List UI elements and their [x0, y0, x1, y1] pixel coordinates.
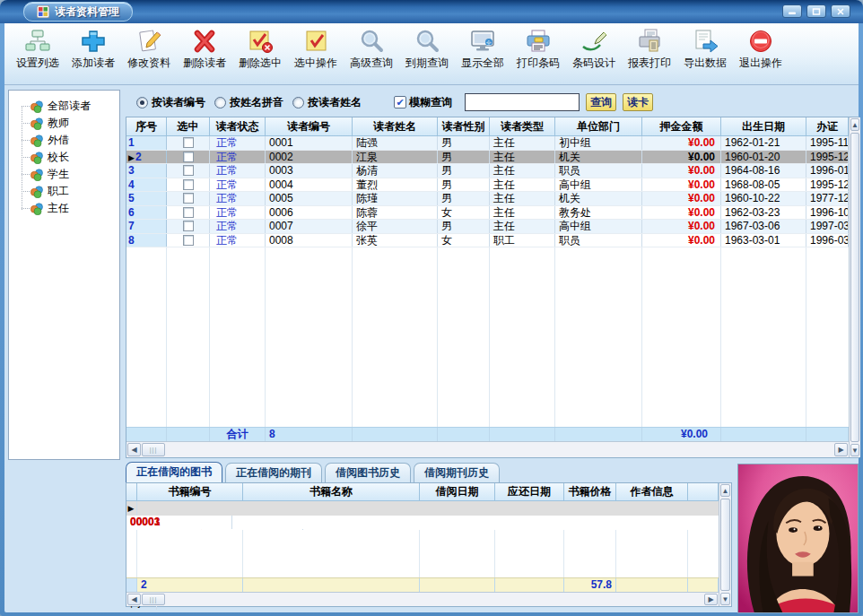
sidebar-item-6[interactable]: 主任	[14, 200, 119, 217]
sidebar-item-0[interactable]: 全部读者	[14, 98, 119, 115]
row-code: 0006	[266, 206, 353, 220]
column-header[interactable]: 作者信息	[616, 483, 688, 501]
sidebar-item-4[interactable]: 学生	[14, 166, 119, 183]
book-table-horizontal-scrollbar[interactable]: ◀ ||| ▶	[126, 592, 719, 606]
book-code: 00003	[126, 516, 232, 529]
row-checkbox[interactable]	[183, 235, 194, 246]
scroll-thumb[interactable]: |||	[142, 443, 165, 456]
reader-table-vertical-scrollbar[interactable]: ▲ ▼	[849, 117, 860, 457]
search-mode-radio-1[interactable]: 按姓名拼音	[214, 95, 283, 110]
column-header[interactable]: 选中	[167, 117, 210, 136]
row-checkbox[interactable]	[183, 179, 194, 190]
scroll-down-icon[interactable]: ▼	[850, 444, 859, 456]
row-seq: 8	[128, 234, 135, 247]
table-row[interactable]: 3正常0003杨清男主任职员¥0.001964-08-161996-01-	[126, 164, 849, 178]
table-row[interactable]: 8正常0008张英女职工职员¥0.001963-03-011996-03-	[126, 234, 849, 248]
row-checkbox[interactable]	[183, 207, 194, 218]
note-check-delete-icon	[246, 28, 275, 55]
scroll-thumb[interactable]: |||	[142, 594, 165, 605]
column-header[interactable]: 出生日期	[721, 117, 806, 136]
row-code: 0008	[266, 234, 353, 247]
row-seq-cell: 5	[126, 192, 167, 205]
toolbar-button-monitor[interactable]: 全显示全部	[455, 26, 510, 71]
table-row[interactable]: 4正常0004董烈男主任高中组¥0.001968-08-051995-12-	[126, 178, 849, 193]
scroll-right-icon[interactable]: ▶	[704, 594, 718, 605]
sidebar-item-2[interactable]: 外借	[14, 132, 119, 149]
maximize-button[interactable]	[806, 4, 826, 18]
sidebar-item-3[interactable]: 校长	[14, 149, 119, 166]
column-header[interactable]: 押金金额	[642, 117, 721, 136]
toolbar-button-barcode-pen[interactable]: 条码设计	[566, 26, 622, 71]
close-button[interactable]	[831, 4, 850, 18]
search-mode-radio-2[interactable]: 按读者姓名	[292, 95, 362, 110]
toolbar-button-note-check-delete[interactable]: 删除选中	[232, 26, 288, 71]
column-header[interactable]: 书籍价格	[564, 483, 616, 501]
scroll-up-icon[interactable]: ▲	[850, 118, 859, 131]
radio-icon	[136, 97, 148, 108]
table-row[interactable]: 5正常0005陈瑾男主任机关¥0.001960-10-221977-12-	[126, 192, 849, 206]
fuzzy-search-label: 模糊查询	[409, 95, 452, 110]
minimize-button[interactable]	[782, 4, 802, 18]
toolbar-button-magnifier-due[interactable]: 到期查询	[399, 26, 455, 71]
toolbar-button-export-arrow[interactable]: 导出数据	[677, 26, 733, 71]
footer-book-count: 2	[137, 578, 243, 592]
column-header[interactable]: 读者姓名	[353, 117, 438, 136]
table-row[interactable]: 6正常0006陈蓉女主任教务处¥0.001962-03-231996-10-	[126, 206, 849, 221]
read-card-button[interactable]: 读卡	[623, 93, 653, 111]
toolbar-button-edit-pencil[interactable]: 修改资料	[121, 26, 177, 71]
column-header[interactable]: 读者编号	[266, 117, 353, 136]
scroll-thumb[interactable]	[720, 499, 730, 591]
row-checkbox[interactable]	[183, 152, 194, 162]
table-row[interactable]: 7正常0007徐平男主任高中组¥0.001967-03-061997-03-	[126, 220, 849, 234]
scroll-left-icon[interactable]: ◀	[127, 443, 141, 456]
column-header[interactable]: 书籍编号	[137, 483, 243, 501]
toolbar-button-add-plus[interactable]: 添加读者	[65, 26, 121, 71]
toolbar-button-note-check[interactable]: 选中操作	[288, 26, 344, 71]
row-seq: 3	[128, 164, 135, 177]
row-status: 正常	[210, 220, 266, 233]
search-mode-radio-0[interactable]: 按读者编号	[136, 95, 205, 110]
scroll-up-icon[interactable]: ▲	[720, 484, 730, 497]
fuzzy-search-toggle[interactable]: ✔ 模糊查询	[394, 95, 452, 110]
toolbar-button-report-printer[interactable]: 报表打印	[622, 26, 677, 71]
column-header[interactable]: 应还日期	[495, 483, 564, 501]
row-checkbox[interactable]	[183, 137, 194, 148]
row-checkbox[interactable]	[183, 165, 194, 176]
scroll-thumb[interactable]	[850, 133, 859, 442]
search-input[interactable]	[465, 93, 580, 111]
row-seq-cell: 6	[126, 206, 167, 220]
book-row[interactable]: ▶00001网页制作上机指导2010-11-252011-03-0519.8苑鸿…	[126, 501, 719, 516]
toolbar-button-delete-x[interactable]: 删除读者	[177, 26, 232, 71]
column-header[interactable]: 单位部门	[555, 117, 642, 136]
tab-0[interactable]: 正在借阅的图书	[126, 462, 222, 482]
query-button[interactable]: 查询	[586, 93, 616, 111]
tab-2[interactable]: 借阅图书历史	[325, 463, 411, 482]
reader-table-horizontal-scrollbar[interactable]: ◀ ||| ▶	[126, 441, 849, 457]
scroll-right-icon[interactable]: ▶	[834, 443, 848, 456]
toolbar-button-magnifier[interactable]: 高级查询	[344, 26, 399, 71]
column-header[interactable]: 读者状态	[210, 117, 266, 136]
column-header[interactable]: 读者类型	[490, 117, 555, 136]
column-header[interactable]: 借阅日期	[420, 483, 495, 501]
row-checkbox[interactable]	[183, 221, 194, 231]
book-row[interactable]: 00003软件项目开发综合实训2010-11-252011-03-0538王泰峰…	[126, 516, 719, 530]
row-cert-date: 1996-01-	[806, 164, 849, 178]
toolbar-button-printer-barcode[interactable]: 打印条码	[510, 26, 566, 71]
scroll-left-icon[interactable]: ◀	[127, 594, 141, 605]
tab-1[interactable]: 正在借阅的期刊	[225, 463, 322, 482]
column-header[interactable]: 读者性别	[438, 117, 490, 136]
column-header[interactable]: 书籍名称	[243, 483, 420, 501]
column-header[interactable]: 办证	[806, 117, 849, 136]
row-birth-date: 1963-03-01	[721, 234, 806, 247]
toolbar-button-exit-stop[interactable]: 退出操作	[733, 26, 789, 71]
column-header[interactable]: 序号	[126, 117, 167, 136]
sidebar-item-5[interactable]: 职工	[14, 183, 119, 200]
tab-3[interactable]: 借阅期刊历史	[414, 463, 500, 482]
sidebar-item-1[interactable]: 教师	[14, 115, 119, 132]
table-row[interactable]: ▶2正常0002江泉男主任机关¥0.001960-01-201995-12-	[126, 151, 849, 165]
book-table-vertical-scrollbar[interactable]: ▲ ▼	[719, 483, 731, 606]
row-checkbox[interactable]	[183, 193, 194, 204]
table-row[interactable]: 1正常0001陆强男主任初中组¥0.001962-01-211995-11-	[126, 136, 849, 151]
scroll-down-icon[interactable]: ▼	[720, 593, 730, 605]
toolbar-button-org-chart[interactable]: 设置列选	[10, 26, 65, 71]
